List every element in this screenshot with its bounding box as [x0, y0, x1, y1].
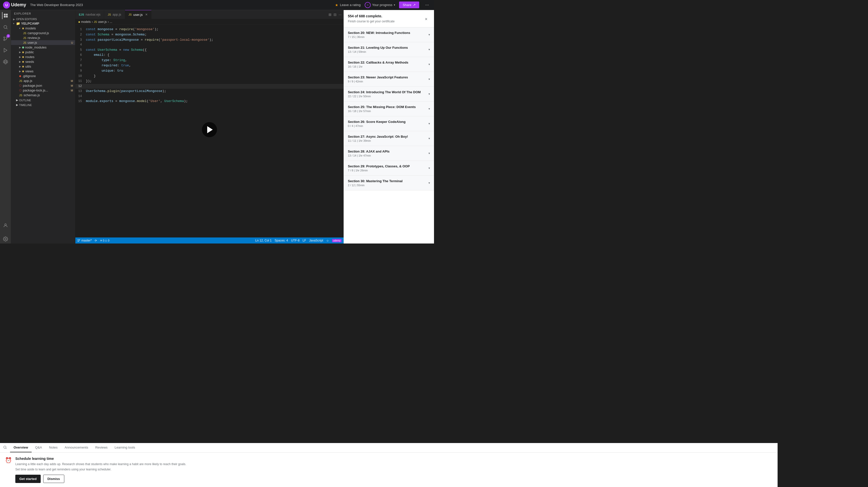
account-icon[interactable]	[2, 222, 9, 229]
code-line-13: 13 UserSchema.plugin(passportLocalMongoo…	[75, 89, 344, 94]
tab-navbar-ejs[interactable]: EJS navbar.ejs	[75, 10, 104, 19]
more-options-button[interactable]: ···	[423, 1, 431, 8]
leave-rating-label: Leave a rating	[340, 3, 361, 7]
share-button[interactable]: Share ↗	[399, 1, 419, 8]
share-label: Share	[403, 3, 411, 7]
errors-count[interactable]: ✕ 0 ⚠ 0	[100, 239, 109, 242]
svg-rect-3	[6, 16, 7, 18]
public-folder[interactable]: ▶ ■ public	[11, 50, 75, 55]
split-editor-icon[interactable]: ⊞	[329, 12, 332, 17]
breadcrumb-file[interactable]: user.js	[98, 20, 107, 24]
open-editors-label: OPEN EDITORS	[16, 18, 37, 21]
routes-folder[interactable]: ▶ ■ routes	[11, 55, 75, 59]
section-title-text: Section 26: Score Keeper CodeAlong	[348, 120, 408, 124]
source-control-icon[interactable]: 4	[2, 35, 9, 42]
search-icon[interactable]	[2, 24, 9, 31]
svg-point-4	[4, 25, 7, 28]
outline-section[interactable]: ▶ OUTLINE	[11, 97, 75, 102]
tab-user-js[interactable]: JS user.js ✕	[125, 10, 151, 19]
error-x-icon: ✕	[100, 239, 102, 242]
campground-label: campground.js	[28, 31, 49, 35]
settings-icon[interactable]	[2, 236, 9, 243]
leave-rating-button[interactable]: ★ Leave a rating	[335, 3, 361, 7]
utils-folder[interactable]: ▶ ■ utils	[11, 64, 75, 69]
section-header-29[interactable]: Section 29: Prototypes, Classes, & OOP 7…	[344, 161, 434, 175]
review-file[interactable]: JS review.js	[11, 35, 75, 40]
yelpcamp-label: YELPCAMP	[21, 22, 39, 25]
tab-close-icon[interactable]: ✕	[145, 13, 148, 16]
progress-popup-close[interactable]: ×	[421, 12, 432, 26]
course-title: The Web Developer Bootcamp 2023	[30, 3, 83, 7]
app-js-tab-icon: JS	[108, 13, 111, 16]
sync-icon[interactable]: ⟳	[95, 239, 97, 242]
seeds-folder[interactable]: ▶ ■ seeds	[11, 59, 75, 64]
package-lock-label: package-lock.js...	[23, 88, 48, 92]
svg-rect-13	[5, 60, 6, 64]
section-header-28[interactable]: Section 28: AJAX and APIs 13 / 14 | 1hr …	[344, 146, 434, 160]
encoding[interactable]: UTF-8	[291, 239, 300, 242]
code-line-15: 15 module.exports = mongoose.model('User…	[75, 99, 344, 104]
section-header-25[interactable]: Section 25: The Missing Piece: DOM Event…	[344, 101, 434, 116]
views-folder[interactable]: ▶ ■ views	[11, 69, 75, 73]
review-label: review.js	[28, 36, 40, 40]
section-header-21[interactable]: Section 21: Leveling Up Our Functions 13…	[344, 42, 434, 57]
section-title-block: Section 22: Callbacks & Array Methods 16…	[348, 61, 410, 68]
section-item-21: Section 21: Leveling Up Our Functions 13…	[344, 42, 434, 57]
section-item-28: Section 28: AJAX and APIs 13 / 14 | 1hr …	[344, 146, 434, 161]
package-lock-file[interactable]: ⬡ package-lock.js... M	[11, 88, 75, 93]
yelpcamp-folder-icon: 📁	[16, 22, 20, 25]
course-sections-list: Section 20: NEW: Introducing Functions 7…	[344, 27, 434, 243]
section-title-text: Section 30: Mastering The Terminal	[348, 179, 405, 183]
gitignore-file[interactable]: ◆ .gitignore	[11, 73, 75, 79]
section-header-27[interactable]: Section 27: Async JavaScript: Oh Boy! 11…	[344, 131, 434, 146]
section-item-26: Section 26: Score Keeper CodeAlong 0 / 4…	[344, 116, 434, 131]
package-file[interactable]: ⬡ package.json M	[11, 83, 75, 88]
section-item-20: Section 20: NEW: Introducing Functions 7…	[344, 27, 434, 42]
extensions-icon[interactable]	[2, 58, 9, 65]
section-header-30[interactable]: Section 30: Mastering The Terminal 2 / 1…	[344, 176, 434, 190]
node-modules-label: node_modules	[25, 45, 46, 49]
yelpcamp-toggle[interactable]: ▾ 📁 YELPCAMP	[11, 21, 75, 26]
code-line-8: 8 required: true,	[75, 63, 344, 68]
more-actions-icon[interactable]: ···	[339, 12, 342, 17]
code-editor[interactable]: 1 const mongoose = require('mongoose'); …	[75, 25, 344, 238]
breadcrumb-models[interactable]: models	[81, 20, 91, 24]
section-title-text: Section 29: Prototypes, Classes, & OOP	[348, 164, 412, 168]
section-header-24[interactable]: Section 24: Introducing The World Of The…	[344, 87, 434, 101]
editor-layout-icon[interactable]: ⊟	[334, 12, 337, 17]
run-icon[interactable]	[2, 47, 9, 54]
section-header-22[interactable]: Section 22: Callbacks & Array Methods 16…	[344, 57, 434, 71]
schemas-file[interactable]: JS schemas.js	[11, 93, 75, 97]
section-header-26[interactable]: Section 26: Score Keeper CodeAlong 0 / 4…	[344, 116, 434, 131]
section-header-23[interactable]: Section 23: Newer JavaScript Features 9 …	[344, 72, 434, 86]
open-editors-toggle[interactable]: ▶ OPEN EDITORS	[11, 17, 75, 21]
section-meta-text: 16 / 18 | 1hr 57min	[348, 110, 418, 113]
timeline-section[interactable]: ▶ TIMELINE	[11, 102, 75, 107]
language-mode[interactable]: JavaScript	[309, 239, 323, 242]
node-modules-folder[interactable]: ▶ node_modules	[11, 45, 75, 50]
review-js-icon: JS	[23, 36, 26, 39]
git-branch[interactable]: master*	[78, 239, 92, 242]
app-file[interactable]: JS app.js M	[11, 79, 75, 83]
user-file[interactable]: JS user.js U	[11, 40, 75, 45]
tab-app-js[interactable]: JS app.js	[104, 10, 125, 19]
section-meta-text: 16 / 16 | 1hr	[348, 65, 410, 68]
play-button[interactable]	[202, 122, 217, 137]
section-item-22: Section 22: Callbacks & Array Methods 16…	[344, 57, 434, 72]
models-folder[interactable]: ▾ ■ models	[11, 26, 75, 31]
campground-file[interactable]: JS campground.js	[11, 31, 75, 35]
explorer-icon[interactable]	[2, 12, 9, 19]
feedback-icon[interactable]: ☺	[326, 239, 329, 242]
cursor-position[interactable]: Ln 12, Col 1	[255, 239, 272, 242]
udemy-logo[interactable]: U Udemy	[3, 1, 26, 8]
spaces[interactable]: Spaces: 4	[275, 239, 288, 242]
code-line-5: 5 const UserSchema = new Schema({	[75, 48, 344, 53]
your-progress-button[interactable]: ◎ Your progress ▾	[365, 2, 395, 8]
section-header-20[interactable]: Section 20: NEW: Introducing Functions 7…	[344, 27, 434, 42]
line-ending[interactable]: LF	[303, 239, 306, 242]
chevron-down-icon: ▾	[394, 3, 395, 6]
svg-rect-0	[4, 14, 5, 16]
routes-folder-icon: ■	[22, 55, 24, 59]
code-line-6: 6 email: {	[75, 53, 344, 58]
section-meta-text: 0 / 4 | 47min	[348, 124, 408, 127]
